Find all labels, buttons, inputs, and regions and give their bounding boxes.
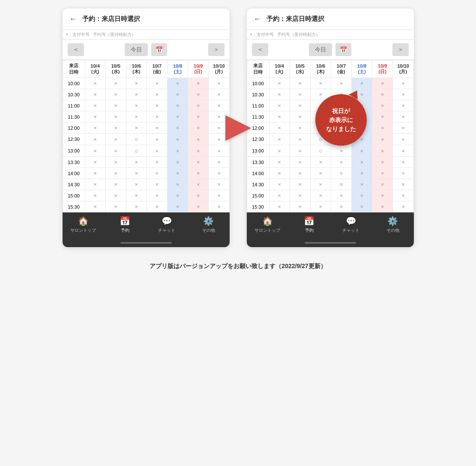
left-th-10-5: 10/5(水) bbox=[105, 60, 126, 78]
calendar-cell[interactable]: × bbox=[168, 145, 188, 157]
calendar-cell: × bbox=[269, 122, 290, 134]
time-cell: 10:30 bbox=[247, 89, 269, 100]
calendar-cell: × bbox=[290, 201, 310, 212]
time-cell: 11:30 bbox=[63, 111, 85, 122]
calendar-cell[interactable]: × bbox=[168, 190, 188, 201]
calendar-cell: × bbox=[85, 157, 105, 168]
left-back-button[interactable]: ← bbox=[69, 15, 77, 24]
calendar-cell[interactable]: × bbox=[168, 89, 188, 100]
calendar-cell: × bbox=[105, 122, 126, 134]
tooltip-text: 祝日が赤表示になりました bbox=[326, 107, 356, 134]
calendar-cell: × bbox=[290, 134, 310, 145]
table-row: 14:30××××××× bbox=[247, 179, 413, 190]
calendar-cell[interactable]: × bbox=[168, 78, 188, 89]
left-today-button[interactable]: 今日 bbox=[125, 43, 148, 56]
left-nav-chat[interactable]: 💬 チャット bbox=[146, 216, 188, 233]
calendar-cell: × bbox=[147, 78, 167, 89]
right-th-10-6: 10/6(木) bbox=[310, 60, 331, 78]
calendar-cell: × bbox=[105, 111, 126, 122]
calendar-cell[interactable]: × bbox=[168, 100, 188, 111]
left-nav-chat-label: チャット bbox=[158, 227, 175, 233]
calendar-cell[interactable]: × bbox=[352, 168, 372, 179]
calendar-cell: × bbox=[188, 100, 209, 111]
left-sub-text-2: 予约号（受付時刻力） bbox=[93, 32, 136, 38]
calendar-cell[interactable]: × bbox=[352, 157, 372, 168]
left-table-wrapper: 来店日時 10/4(火) 10/5(水) 10/6(木) 10/7(金) 10/… bbox=[63, 60, 230, 212]
right-nav-booking[interactable]: 📅 予約 bbox=[288, 216, 330, 233]
left-nav-salon-top[interactable]: 🏠 サロントップ bbox=[63, 216, 105, 233]
screens-container: ← 予約：来店日時選択 ×：支付中号 予约号（受付時刻力） ＜ 今日 📅 ＞ 来… bbox=[54, 0, 422, 256]
calendar-cell[interactable]: × bbox=[352, 179, 372, 190]
left-bottom-nav: 🏠 サロントップ 📅 予約 💬 チャット ⚙️ その他 bbox=[63, 212, 230, 239]
calendar-cell[interactable]: ○ bbox=[126, 134, 147, 145]
left-th-10-9: 10/9(日) bbox=[188, 60, 209, 78]
calendar-cell[interactable]: × bbox=[352, 190, 372, 201]
calendar-cell[interactable]: × bbox=[168, 201, 188, 212]
transition-arrow bbox=[225, 115, 251, 141]
right-nav-other[interactable]: ⚙️ その他 bbox=[372, 216, 414, 233]
time-cell: 13:30 bbox=[247, 157, 269, 168]
left-prev-button[interactable]: ＜ bbox=[68, 43, 84, 56]
right-th-time: 来店日時 bbox=[247, 60, 269, 78]
calendar-cell: × bbox=[147, 100, 167, 111]
left-next-button[interactable]: ＞ bbox=[208, 43, 225, 56]
calendar-cell: × bbox=[147, 134, 167, 145]
calendar-cell: × bbox=[188, 168, 209, 179]
calendar-cell: × bbox=[147, 111, 167, 122]
left-nav-booking[interactable]: 📅 予約 bbox=[104, 216, 146, 233]
calendar-cell: × bbox=[269, 190, 290, 201]
calendar-cell: × bbox=[310, 157, 331, 168]
calendar-cell: × bbox=[331, 168, 351, 179]
right-calendar-button[interactable]: 📅 bbox=[335, 43, 351, 56]
calendar-cell[interactable]: × bbox=[168, 134, 188, 145]
calendar-cell[interactable]: × bbox=[352, 145, 372, 157]
left-header: ← 予約：来店日時選択 bbox=[63, 9, 230, 30]
right-next-button[interactable]: ＞ bbox=[392, 43, 409, 56]
calendar-cell: × bbox=[290, 89, 310, 100]
table-row: 13:00××○×××× bbox=[63, 145, 229, 157]
calendar-cell: × bbox=[393, 201, 413, 212]
left-nav-other-label: その他 bbox=[202, 227, 215, 233]
left-calendar-button[interactable]: 📅 bbox=[151, 43, 167, 56]
right-nav-chat-icon: 💬 bbox=[346, 216, 356, 226]
time-cell: 14:00 bbox=[63, 168, 85, 179]
calendar-cell[interactable]: × bbox=[168, 157, 188, 168]
left-home-indicator bbox=[63, 239, 230, 247]
calendar-cell: × bbox=[85, 168, 105, 179]
calendar-cell: × bbox=[269, 201, 290, 212]
right-nav-salon-top[interactable]: 🏠 サロントップ bbox=[247, 216, 289, 233]
calendar-cell: × bbox=[126, 190, 147, 201]
right-prev-button[interactable]: ＜ bbox=[252, 43, 268, 56]
calendar-cell: × bbox=[126, 157, 147, 168]
calendar-cell: × bbox=[209, 145, 229, 157]
calendar-cell: × bbox=[290, 157, 310, 168]
calendar-cell[interactable]: × bbox=[168, 111, 188, 122]
calendar-cell[interactable]: × bbox=[352, 201, 372, 212]
calendar-cell: × bbox=[372, 78, 393, 89]
right-header-title: 予約：来店日時選択 bbox=[266, 15, 324, 23]
right-back-button[interactable]: ← bbox=[254, 15, 261, 24]
left-th-10-4: 10/4(火) bbox=[85, 60, 105, 78]
calendar-cell[interactable]: ○ bbox=[126, 145, 147, 157]
calendar-cell: × bbox=[147, 157, 167, 168]
calendar-cell: × bbox=[188, 122, 209, 134]
left-nav-center: 今日 📅 bbox=[125, 43, 167, 56]
calendar-cell[interactable]: × bbox=[168, 122, 188, 134]
calendar-cell: × bbox=[147, 168, 167, 179]
calendar-cell[interactable]: × bbox=[168, 168, 188, 179]
table-row: 15:30××××××× bbox=[247, 201, 413, 212]
right-nav-chat[interactable]: 💬 チャット bbox=[330, 216, 372, 233]
calendar-cell: × bbox=[209, 157, 229, 168]
time-cell: 10:00 bbox=[63, 78, 85, 89]
calendar-cell[interactable]: ○ bbox=[310, 145, 331, 157]
time-cell: 10:30 bbox=[63, 89, 85, 100]
calendar-cell: × bbox=[393, 157, 413, 168]
calendar-cell[interactable]: × bbox=[352, 78, 372, 89]
calendar-cell[interactable]: × bbox=[168, 179, 188, 190]
left-sub-header: ×：支付中号 予约号（受付時刻力） bbox=[63, 30, 230, 40]
left-nav-other[interactable]: ⚙️ その他 bbox=[188, 216, 230, 233]
right-today-button[interactable]: 今日 bbox=[309, 43, 332, 56]
calendar-cell: × bbox=[126, 100, 147, 111]
footer-note: アプリ版はバージョンアップをお願い致します（2022/9/27更新） bbox=[150, 263, 326, 270]
calendar-cell: × bbox=[269, 134, 290, 145]
